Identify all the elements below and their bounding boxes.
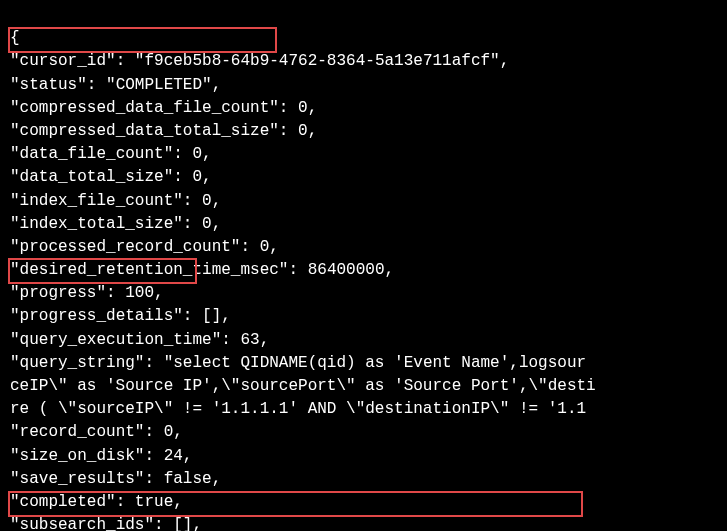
val-cursor-id: f9ceb5b8-64b9-4762-8364-5a13e711afcf	[144, 52, 490, 70]
key-its: index_total_size	[20, 215, 174, 233]
key-cdts: compressed_data_total_size	[20, 122, 270, 140]
terminal-output: { "cursor_id": "f9ceb5b8-64b9-4762-8364-…	[0, 0, 727, 531]
key-status: status	[20, 76, 78, 94]
key-completed: completed	[20, 493, 106, 511]
val-subsearch: []	[173, 516, 192, 531]
val-qs2: ceIP\" as 'Source IP',\"sourcePort\" as …	[10, 377, 596, 395]
key-subsearch: subsearch_ids	[20, 516, 145, 531]
key-sr: save_results	[20, 470, 135, 488]
val-dts: 0	[192, 168, 202, 186]
key-cursor-id: cursor_id	[20, 52, 106, 70]
line-completed: "completed": true,	[10, 493, 183, 511]
line-its: "index_total_size": 0,	[10, 215, 221, 233]
line-cdts: "compressed_data_total_size": 0,	[10, 122, 317, 140]
val-sr: false	[164, 470, 212, 488]
key-sod: size_on_disk	[20, 447, 135, 465]
line-status: "status": "COMPLETED",	[10, 76, 221, 94]
line-dfc: "data_file_count": 0,	[10, 145, 212, 163]
line-progress: "progress": 100,	[10, 284, 164, 302]
val-prc: 0	[260, 238, 270, 256]
val-cdts: 0	[298, 122, 308, 140]
key-drtm: desired_retention_time_msec	[20, 261, 279, 279]
line-sr: "save_results": false,	[10, 470, 221, 488]
val-drtm: 86400000	[308, 261, 385, 279]
val-qs3: re ( \"sourceIP\" != '1.1.1.1' AND \"des…	[10, 400, 586, 418]
key-dfc: data_file_count	[20, 145, 164, 163]
val-sod: 24	[164, 447, 183, 465]
key-qet: query_execution_time	[20, 331, 212, 349]
key-dts: data_total_size	[20, 168, 164, 186]
val-cdfc: 0	[298, 99, 308, 117]
key-prc: processed_record_count	[20, 238, 231, 256]
val-completed: true	[135, 493, 173, 511]
key-qs: query_string	[20, 354, 135, 372]
line-prc: "processed_record_count": 0,	[10, 238, 279, 256]
line-drtm: "desired_retention_time_msec": 86400000,	[10, 261, 394, 279]
line-progress-details: "progress_details": [],	[10, 307, 231, 325]
line-cdfc: "compressed_data_file_count": 0,	[10, 99, 317, 117]
line-dts: "data_total_size": 0,	[10, 168, 212, 186]
val-status: COMPLETED	[116, 76, 202, 94]
key-progress: progress	[20, 284, 97, 302]
key-ifc: index_file_count	[20, 192, 174, 210]
line-cursor-id: "cursor_id": "f9ceb5b8-64b9-4762-8364-5a…	[10, 52, 509, 70]
val-qet: 63	[240, 331, 259, 349]
val-progress-details: []	[202, 307, 221, 325]
val-ifc: 0	[202, 192, 212, 210]
line-rc: "record_count": 0,	[10, 423, 183, 441]
val-progress: 100	[125, 284, 154, 302]
val-its: 0	[202, 215, 212, 233]
val-rc: 0	[164, 423, 174, 441]
line-sod: "size_on_disk": 24,	[10, 447, 192, 465]
key-progress-details: progress_details	[20, 307, 174, 325]
line-ifc: "index_file_count": 0,	[10, 192, 221, 210]
key-cdfc: compressed_data_file_count	[20, 99, 270, 117]
highlight-status	[8, 27, 277, 53]
line-subsearch: "subsearch_ids": [],	[10, 516, 202, 531]
val-dfc: 0	[192, 145, 202, 163]
brace-open: {	[10, 29, 20, 47]
val-qs1: select QIDNAME(qid) as 'Event Name',logs…	[173, 354, 586, 372]
line-qs1: "query_string": "select QIDNAME(qid) as …	[10, 354, 586, 372]
line-qet: "query_execution_time": 63,	[10, 331, 269, 349]
key-rc: record_count	[20, 423, 135, 441]
